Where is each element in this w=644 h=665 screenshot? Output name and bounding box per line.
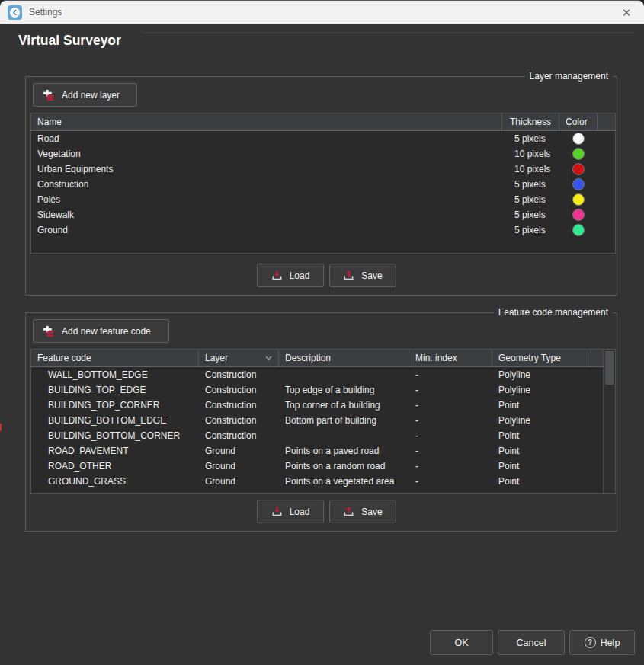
layer-table-row[interactable]: Construction 5 pixels [31,177,615,192]
layer-table-body: Road 5 pixels Vegetation 10 pixels Urban… [31,131,615,238]
feature-code-group-label: Feature code management [494,306,613,319]
feature-min-index: - [409,461,492,472]
feature-layer: Ground [199,476,279,487]
feature-min-index: - [409,415,492,426]
layer-table-row[interactable]: Road 5 pixels [31,131,615,146]
feature-table-row[interactable]: BUILDING_TOP_EDGE Construction Top edge … [31,382,615,398]
column-header-geometry-type[interactable]: Geometry Type [492,350,591,366]
help-question-icon: ? [585,637,596,648]
feature-table-row[interactable]: BUILDING_TOP_CORNER Construction Top cor… [31,398,615,413]
layer-color-cell [559,148,598,160]
column-header-thickness[interactable]: Thickness [502,113,559,130]
scrollbar-thumb[interactable] [605,351,614,385]
feature-table-row[interactable]: ROAD_OTHER Ground Points on a random roa… [31,459,615,474]
settings-window: Settings ✕ Virtual Surveyor Layer manage… [0,0,644,665]
column-header-feature-code[interactable]: Feature code [31,350,199,366]
feature-geometry-type: Polyline [492,385,591,395]
layer-color-swatch[interactable] [572,148,585,160]
feature-save-button[interactable]: Save [329,500,396,523]
feature-geometry-type: Polyline [492,415,591,426]
column-header-min-index[interactable]: Min. index [409,350,492,366]
vertical-scrollbar[interactable] [603,350,615,493]
save-upload-icon [343,506,354,517]
feature-min-index: - [409,446,492,456]
save-upload-icon [343,270,354,281]
feature-code: BUILDING_BOTTOM_EDGE [31,415,199,426]
feature-geometry-type: Point [492,430,591,441]
feature-code: ROAD_OTHER [31,461,199,472]
layer-color-swatch[interactable] [572,133,585,145]
feature-layer: Construction [199,430,279,441]
layer-name: Vegetation [31,149,507,159]
column-header-description[interactable]: Description [279,350,409,366]
help-label: Help [601,638,620,648]
feature-load-label: Load [290,507,310,517]
layer-table-header: Name Thickness Color [31,113,615,131]
column-header-layer[interactable]: Layer [199,350,279,366]
feature-code: WALL_BOTTOM_EDGE [31,369,199,380]
layer-name: Road [31,133,507,144]
layer-name: Urban Equipments [31,164,507,174]
feature-description: Bottom part of building [279,415,409,426]
feature-load-button[interactable]: Load [257,500,324,523]
layer-color-swatch[interactable] [572,163,585,175]
layer-table-row[interactable]: Poles 5 pixels [31,192,615,207]
layer-management-group: Layer management Add new layer Name Thic… [25,76,617,296]
add-new-layer-label: Add new layer [62,90,120,101]
column-header-color[interactable]: Color [559,113,598,130]
feature-description: Points on a paved road [279,446,409,456]
help-button[interactable]: ? Help [569,630,635,655]
layer-color-swatch[interactable] [572,224,585,236]
add-new-layer-button[interactable]: Add new layer [33,83,137,107]
feature-layer: Construction [199,369,279,380]
add-feature-code-icon [43,325,54,337]
feature-layer: Ground [199,446,279,456]
layer-table-row[interactable]: Vegetation 10 pixels [31,146,615,161]
left-edge-artifact [0,424,2,431]
feature-table-row[interactable]: BUILDING_BOTTOM_CORNER Construction - Po… [31,428,615,443]
layer-table-row[interactable]: Ground 5 pixels [31,222,615,238]
feature-table-row[interactable]: ROAD_PAVEMENT Ground Points on a paved r… [31,443,615,459]
column-header-name[interactable]: Name [31,113,502,130]
layer-color-cell [559,193,598,206]
layer-thickness: 5 pixels [507,194,559,205]
layer-save-label: Save [361,270,382,281]
feature-geometry-type: Point [492,400,591,411]
feature-code: BUILDING_TOP_CORNER [31,400,199,411]
feature-min-index: - [409,476,492,487]
feature-description: Points on a random road [279,461,409,472]
add-new-feature-code-label: Add new feature code [62,326,151,337]
feature-table-header: Feature code Layer Description Min. inde… [31,350,615,367]
chevron-left-icon [11,8,19,17]
layer-color-cell [559,133,598,145]
layer-management-group-label: Layer management [525,70,613,83]
add-layer-icon [43,89,54,101]
cancel-button[interactable]: Cancel [498,630,565,655]
feature-table-row[interactable]: BUILDING_BOTTOM_EDGE Construction Bottom… [31,413,615,428]
layer-thickness: 5 pixels [507,133,559,144]
layer-color-swatch[interactable] [572,209,585,221]
layer-table: Name Thickness Color Road 5 pixels Veget… [30,113,616,254]
feature-table-body: WALL_BOTTOM_EDGE Construction - Polyline… [31,367,615,489]
heading-divider [143,32,634,33]
layer-name: Sidewalk [31,209,507,220]
layer-color-swatch[interactable] [572,193,585,206]
app-logo-icon [8,5,22,20]
feature-code: BUILDING_TOP_EDGE [31,385,199,395]
add-new-feature-code-button[interactable]: Add new feature code [33,319,169,343]
layer-color-swatch[interactable] [572,178,585,190]
close-icon[interactable]: ✕ [617,4,636,22]
layer-load-button[interactable]: Load [257,264,324,287]
ok-button[interactable]: OK [430,630,493,655]
layer-color-cell [559,163,598,175]
column-header-filler [598,113,615,130]
feature-min-index: - [409,400,492,411]
layer-table-row[interactable]: Urban Equipments 10 pixels [31,161,615,177]
page-title: Virtual Surveyor [18,33,121,49]
layer-table-row[interactable]: Sidewalk 5 pixels [31,207,615,222]
layer-thickness: 10 pixels [507,149,559,159]
feature-table-row[interactable]: WALL_BOTTOM_EDGE Construction - Polyline [31,367,615,382]
layer-name: Construction [31,179,507,190]
feature-table-row[interactable]: GROUND_GRASS Ground Points on a vegetate… [31,474,615,489]
layer-save-button[interactable]: Save [329,264,396,287]
